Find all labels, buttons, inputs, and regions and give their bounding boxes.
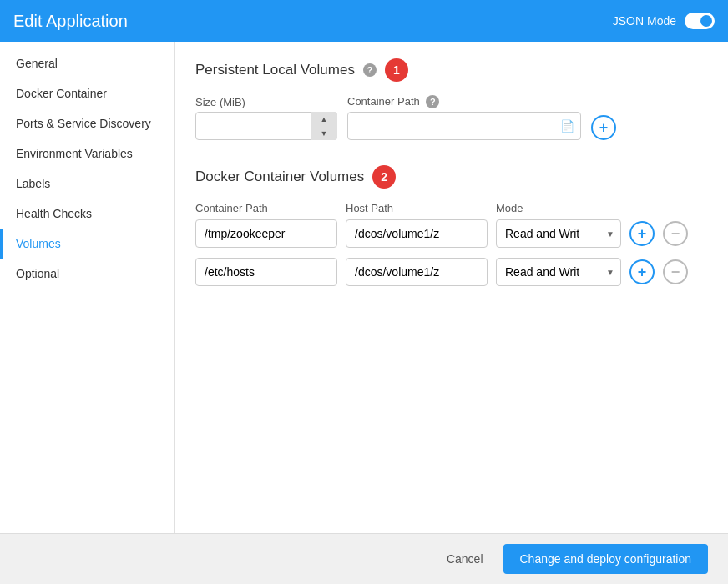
- volume-row-1: Read and Writ Read Only + −: [195, 219, 708, 248]
- sidebar-item-volumes[interactable]: Volumes: [0, 229, 174, 259]
- persistent-local-volumes-help-icon[interactable]: ?: [363, 63, 377, 77]
- footer: Cancel Change and deploy configuration: [0, 533, 728, 584]
- volume-col-headers: Container Path Host Path Mode: [195, 202, 708, 214]
- volume-row-2-host-path[interactable]: [346, 258, 488, 286]
- volume-row-1-mode-select[interactable]: Read and Writ Read Only: [496, 219, 621, 248]
- col-header-mode: Mode: [496, 202, 621, 214]
- persistent-local-volumes-section: Persistent Local Volumes ? 1 Size (MiB) …: [195, 58, 708, 140]
- size-group: Size (MiB) ▲ ▼: [195, 96, 337, 140]
- persistent-local-volumes-title: Persistent Local Volumes: [195, 62, 355, 78]
- sidebar-item-general[interactable]: General: [0, 48, 174, 78]
- stepper-down-button[interactable]: ▼: [311, 126, 337, 140]
- container-path-group: Container Path ? 📄: [347, 95, 581, 140]
- sidebar: General Docker Container Ports & Service…: [0, 42, 175, 533]
- json-mode-toggle[interactable]: [685, 13, 715, 29]
- volume-row-1-container-path[interactable]: [195, 219, 337, 248]
- main-layout: General Docker Container Ports & Service…: [0, 42, 728, 533]
- col-header-container-path: Container Path: [195, 202, 337, 214]
- stepper-up-button[interactable]: ▲: [311, 112, 337, 126]
- remove-volume-row-2-button[interactable]: −: [663, 259, 688, 284]
- volume-row-2: Read and Writ Read Only + −: [195, 258, 708, 286]
- add-volume-row-2-button[interactable]: +: [629, 259, 655, 284]
- col-header-host-path: Host Path: [346, 202, 488, 214]
- docker-container-volumes-title: Docker Container Volumes: [195, 169, 364, 185]
- persistent-volumes-form-row: Size (MiB) ▲ ▼ Container Path ?: [195, 95, 708, 140]
- volume-row-2-container-path[interactable]: [195, 258, 337, 286]
- page-title: Edit Application: [13, 12, 128, 31]
- volume-row-2-mode-wrapper: Read and Writ Read Only: [496, 258, 621, 286]
- stepper-buttons: ▲ ▼: [311, 112, 337, 140]
- volume-row-1-mode-wrapper: Read and Writ Read Only: [496, 219, 621, 248]
- json-mode-label: JSON Mode: [613, 14, 676, 28]
- persistent-local-volumes-badge: 1: [385, 58, 408, 82]
- json-mode-area: JSON Mode: [613, 13, 715, 29]
- add-volume-row-1-button[interactable]: +: [629, 221, 655, 246]
- volume-row-1-host-path[interactable]: [346, 219, 488, 248]
- sidebar-item-health-checks[interactable]: Health Checks: [0, 199, 174, 229]
- docker-container-volumes-header: Docker Container Volumes 2: [195, 165, 708, 189]
- main-content: Persistent Local Volumes ? 1 Size (MiB) …: [175, 42, 728, 533]
- file-icon: 📄: [560, 119, 574, 133]
- docker-container-volumes-section: Docker Container Volumes 2 Container Pat…: [195, 165, 708, 286]
- sidebar-item-optional[interactable]: Optional: [0, 259, 174, 289]
- container-path-label: Container Path ?: [347, 95, 581, 108]
- deploy-button[interactable]: Change and deploy configuration: [503, 544, 709, 574]
- container-path-help-icon[interactable]: ?: [426, 95, 439, 108]
- app-header: Edit Application JSON Mode: [0, 0, 728, 42]
- volume-row-2-mode-select[interactable]: Read and Writ Read Only: [496, 258, 621, 286]
- sidebar-item-ports-service-discovery[interactable]: Ports & Service Discovery: [0, 108, 174, 138]
- sidebar-item-docker-container[interactable]: Docker Container: [0, 78, 174, 108]
- sidebar-item-environment-variables[interactable]: Environment Variables: [0, 138, 174, 169]
- cancel-button[interactable]: Cancel: [437, 546, 493, 572]
- size-label: Size (MiB): [195, 96, 337, 108]
- container-path-input-wrapper: 📄: [347, 112, 581, 140]
- persistent-local-volumes-header: Persistent Local Volumes ? 1: [195, 58, 708, 82]
- add-persistent-volume-button[interactable]: +: [591, 115, 616, 140]
- docker-container-volumes-badge: 2: [372, 165, 396, 189]
- container-path-input[interactable]: [347, 112, 581, 140]
- sidebar-item-labels[interactable]: Labels: [0, 169, 174, 199]
- remove-volume-row-1-button[interactable]: −: [663, 221, 688, 246]
- size-stepper: ▲ ▼: [195, 112, 337, 140]
